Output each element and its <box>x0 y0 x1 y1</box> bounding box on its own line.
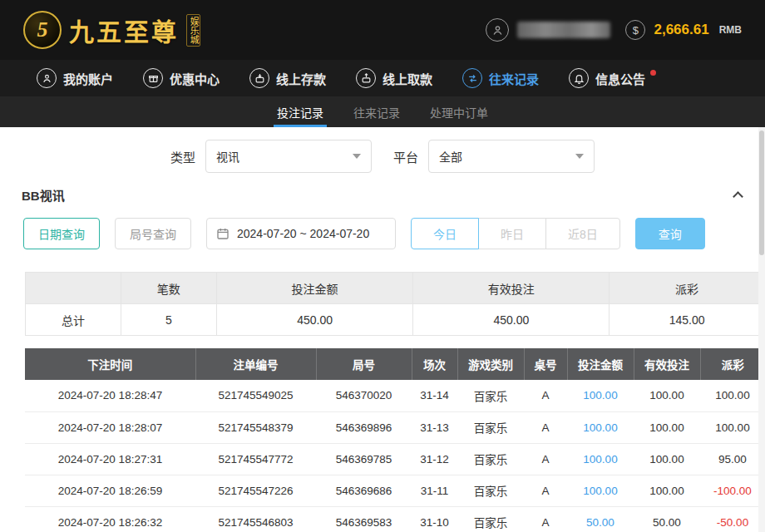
nav-label: 优惠中心 <box>170 70 220 87</box>
search-button[interactable]: 查询 <box>635 218 705 249</box>
section-title: BB视讯 <box>22 186 65 204</box>
logo-subtitle: 娱乐城 <box>186 14 200 47</box>
header-session: 场次 <box>412 348 457 380</box>
summary-total-row: 总计 5 450.00 450.00 145.00 <box>26 304 765 336</box>
cell-game-type: 百家乐 <box>457 506 524 532</box>
table-row: 2024-07-20 18:26:32 521745546803 5463695… <box>25 506 765 532</box>
logo-title: 九五至尊 <box>69 12 179 48</box>
cell-bet-time: 2024-07-20 18:28:47 <box>25 380 195 411</box>
logo-badge-icon: 5 <box>23 11 62 49</box>
type-select[interactable]: 视讯 <box>205 140 372 173</box>
platform-filter-label: 平台 <box>393 148 418 165</box>
cell-game-type: 百家乐 <box>457 380 524 411</box>
table-row: 2024-07-20 18:27:31 521745547772 5463697… <box>25 443 765 475</box>
page: 5 九五至尊 娱乐城 $ 2,666.61 RMB 我的账户 <box>0 0 765 532</box>
chevron-down-icon <box>353 154 361 159</box>
header-round-no: 局号 <box>316 348 412 380</box>
cell-session: 31-11 <box>412 475 457 506</box>
transfer-records-icon <box>462 68 482 88</box>
header-bet-amount: 投注金额 <box>567 348 634 380</box>
cell-session: 31-14 <box>412 380 457 411</box>
user-avatar-icon[interactable] <box>486 18 509 42</box>
cell-bet-time: 2024-07-20 18:26:59 <box>25 475 195 506</box>
nav-label: 我的账户 <box>63 70 113 87</box>
cell-valid-bet: 100.00 <box>634 411 700 443</box>
cell-payout: -50.00 <box>700 506 765 532</box>
cell-bet-id: 521745547226 <box>195 475 316 506</box>
calendar-icon <box>216 227 230 240</box>
cell-valid-bet: 100.00 <box>634 380 700 411</box>
deposit-icon <box>249 68 269 88</box>
summary-header-count: 笔数 <box>121 273 216 304</box>
user-icon <box>37 68 57 88</box>
table-row: 2024-07-20 18:26:59 521745547226 5463696… <box>25 475 765 506</box>
platform-select-value: 全部 <box>439 148 462 165</box>
cell-bet-amount-link[interactable]: 50.00 <box>567 506 634 532</box>
nav-item-deposit[interactable]: 线上存款 <box>249 68 326 88</box>
nav-label: 往来记录 <box>489 70 539 87</box>
summary-bet-amount: 450.00 <box>216 304 413 336</box>
cell-session: 31-13 <box>412 411 457 443</box>
cell-table-no: A <box>524 506 567 532</box>
summary-count: 5 <box>121 304 216 336</box>
bet-records-table: 下注时间 注单编号 局号 场次 游戏类别 桌号 投注金额 有效投注 派彩 202… <box>25 348 765 532</box>
cell-round-no: 546369583 <box>316 506 412 532</box>
cell-bet-amount-link[interactable]: 100.00 <box>567 380 634 411</box>
dollar-icon: $ <box>625 20 645 40</box>
cell-payout: -100.00 <box>700 475 765 506</box>
section-header: BB视讯 <box>0 185 765 204</box>
type-filter-label: 类型 <box>170 148 195 165</box>
tab-label: 投注记录 <box>277 104 323 121</box>
platform-filter-group: 平台 全部 <box>393 140 595 173</box>
tab-transaction-records[interactable]: 往来记录 <box>350 96 403 127</box>
collapse-chevron-up-icon[interactable] <box>733 191 743 202</box>
query-row: 日期查询 局号查询 2024-07-20 ~ 2024-07-20 今日 昨日 … <box>0 218 765 249</box>
header-valid-bet: 有效投注 <box>634 348 700 380</box>
last-8-days-button[interactable]: 近8日 <box>545 218 620 249</box>
round-query-button[interactable]: 局号查询 <box>115 218 191 249</box>
scrollbar-thumb[interactable] <box>759 131 764 255</box>
cell-bet-amount-link[interactable]: 100.00 <box>567 411 634 443</box>
today-button[interactable]: 今日 <box>411 218 479 249</box>
table-row: 2024-07-20 18:28:47 521745549025 5463700… <box>25 380 765 411</box>
type-filter-group: 类型 视讯 <box>170 140 372 173</box>
date-query-button[interactable]: 日期查询 <box>23 218 100 249</box>
nav-item-withdrawal[interactable]: 线上取款 <box>356 68 432 88</box>
cell-round-no: 546369785 <box>316 443 412 475</box>
filter-row: 类型 视讯 平台 全部 <box>0 127 765 185</box>
nav-label: 线上取款 <box>382 70 432 87</box>
site-logo[interactable]: 5 九五至尊 娱乐城 <box>23 11 200 49</box>
cell-bet-id: 521745546803 <box>195 506 316 532</box>
tab-betting-records[interactable]: 投注记录 <box>274 96 327 127</box>
cell-payout: 95.00 <box>700 443 765 475</box>
cell-table-no: A <box>524 475 567 506</box>
cell-bet-amount-link[interactable]: 100.00 <box>567 443 634 475</box>
bell-icon <box>569 68 589 88</box>
summary-valid-bet: 450.00 <box>413 304 610 336</box>
vertical-scrollbar[interactable] <box>758 127 765 532</box>
nav-item-promotions[interactable]: 优惠中心 <box>143 68 220 88</box>
summary-header-payout: 派彩 <box>610 273 765 304</box>
cell-bet-amount-link[interactable]: 100.00 <box>567 475 634 506</box>
notification-dot <box>650 70 656 76</box>
header-bet-time: 下注时间 <box>25 348 195 380</box>
nav-item-announcements[interactable]: 信息公告 <box>569 68 656 88</box>
cell-payout: 100.00 <box>700 411 765 443</box>
cell-bet-id: 521745547772 <box>195 443 316 475</box>
nav-item-transaction-records[interactable]: 往来记录 <box>462 68 539 88</box>
cell-valid-bet: 100.00 <box>634 443 700 475</box>
header-game-type: 游戏类别 <box>457 348 524 380</box>
date-range-input[interactable]: 2024-07-20 ~ 2024-07-20 <box>206 218 396 249</box>
tab-processing-orders[interactable]: 处理中订单 <box>427 96 491 127</box>
top-bar: 5 九五至尊 娱乐城 $ 2,666.61 RMB <box>0 0 765 60</box>
account-area: $ 2,666.61 RMB <box>486 18 742 42</box>
platform-select[interactable]: 全部 <box>428 140 595 173</box>
summary-table: 笔数 投注金额 有效投注 派彩 总计 5 450.00 450.00 145.0… <box>25 272 765 336</box>
cell-round-no: 546369896 <box>316 411 412 443</box>
date-range-value: 2024-07-20 ~ 2024-07-20 <box>237 227 369 240</box>
header-table-no: 桌号 <box>524 348 567 380</box>
cell-bet-time: 2024-07-20 18:28:07 <box>25 411 195 443</box>
yesterday-button[interactable]: 昨日 <box>478 218 546 249</box>
cell-table-no: A <box>524 443 567 475</box>
nav-item-my-account[interactable]: 我的账户 <box>37 68 113 88</box>
